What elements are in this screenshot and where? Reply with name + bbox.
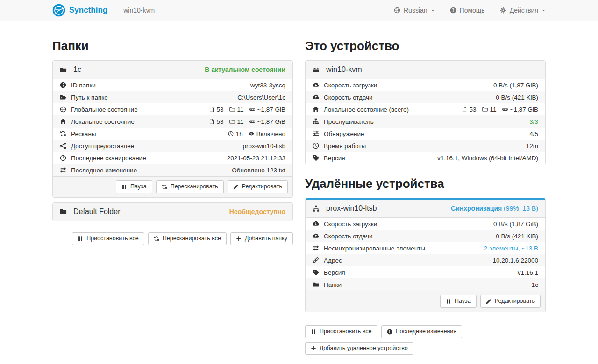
row-label: Локальное состояние (всего) [324,106,409,113]
table-row-folder-path: Путь к папке C:\Users\User\1c [53,91,292,103]
syncthing-brand[interactable]: Syncthing [52,4,107,17]
hdd-icon [502,107,508,112]
row-value: prox-win10-ltsb [242,143,285,150]
language-label: Russian [404,7,427,14]
files-count: 53 [470,106,477,113]
sliders-icon [313,130,319,137]
table-row-shared-with: Доступ предоставлен prox-win10-ltsb [53,140,292,152]
row-label: Скорость загрузки [324,221,377,228]
folder-outline-icon [229,107,235,112]
files-count: 53 [217,106,224,113]
dirs-count: 11 [237,106,244,113]
eye-icon [249,131,254,136]
table-row-discovery: Обнаружение 4/5 [306,128,545,140]
device-icon [313,66,320,73]
folder-1c-header[interactable]: 1c В актуальном состоянии [53,61,292,79]
pause-device-button[interactable]: Пауза [440,295,477,308]
pause-all-folders-button[interactable]: Приостановить все [72,232,144,245]
edit-button[interactable]: Редактировать [228,180,288,193]
table-row-folder-id: ID папки wyt33-3yscq [53,79,292,91]
table-row-version: Версия v1.16.1, Windows (64-bit Intel/AM… [306,152,545,164]
add-folder-button[interactable]: Добавить папку [230,232,293,245]
exchange-icon [313,245,319,251]
device-name: win10-kvm [326,65,362,74]
pause-label: Пауза [455,298,471,305]
pause-button[interactable]: Пауза [116,180,152,193]
folders-actions: Приостановить все Пересканировать все До… [52,232,293,245]
pause-all-label: Приостановить все [320,328,372,335]
file-icon [462,107,467,112]
rescan-all-button[interactable]: Пересканировать все [148,232,227,245]
status-text: Синхронизация [451,205,502,212]
remote-device-header[interactable]: prox-win10-ltsb Синхронизация (99%, 13 B… [306,200,545,218]
hdd-icon [249,107,255,112]
edit-device-button[interactable]: Редактировать [480,295,541,308]
this-device-header[interactable]: win10-kvm [306,61,545,79]
actions-label: Действия [510,7,538,14]
row-label: Глобальное состояние [71,106,138,113]
device-name: prox-win10-ltsb [326,204,377,213]
table-row-local-state: Локальное состояние 53 11 ~1,87 GiB [53,115,292,128]
table-row-upload-rate: Скорость отдачи 0 B/s (421 KiB) [306,230,545,242]
folder-name: 1c [73,65,81,74]
pause-all-devices-button[interactable]: Приостановить все [305,325,377,338]
chevron-down-icon [541,8,546,13]
rescan-all-label: Пересканировать все [163,236,221,242]
pause-icon [446,299,451,304]
default-folder-header[interactable]: Default Folder Необщедоступно [53,203,292,221]
recent-changes-label: Последние изменения [396,328,457,335]
folder-outline-icon [482,107,488,112]
out-of-sync-link[interactable]: 2 элементы, ~13 B [484,245,538,252]
chevron-down-icon [431,8,435,13]
language-menu[interactable]: Russian [394,7,435,14]
folder-icon [60,66,67,73]
exchange-icon [60,167,66,173]
table-row-rescans: Ресканы 1h Включено [53,128,292,140]
row-label: Папки [324,281,342,288]
pause-icon [121,184,127,190]
cloud-download-icon [313,221,319,227]
device-status-badge: Синхронизация (99%, 13 B) [451,205,538,212]
table-row-version: Версия v1.16.1 [306,266,545,278]
folder-status-badge: В актуальном состоянии [205,66,285,73]
row-label: Несинхронизированные элементы [324,245,425,252]
cloud-upload-icon [313,94,319,100]
rescan-button[interactable]: Пересканировать [156,180,224,193]
recent-changes-button[interactable]: Последние изменения [381,325,463,338]
plus-icon [236,236,242,242]
table-row-last-change: Последнее изменение Обновлено 123.txt [53,164,292,176]
add-remote-device-button[interactable]: Добавить удалённое устройство [305,342,413,355]
pause-label: Пауза [130,184,147,190]
table-row-folders: Папки 1c [306,278,545,291]
remote-device-panel: prox-win10-ltsb Синхронизация (99%, 13 B… [305,198,546,312]
plus-icon [311,345,316,351]
cloud-upload-icon [313,233,319,239]
dirs-count: 11 [490,106,497,113]
folder-status-badge: Необщедоступно [229,208,285,215]
row-label: Версия [324,269,345,276]
refresh-icon [60,130,66,137]
files-count: 53 [217,118,224,125]
edit-label: Редактировать [242,184,282,190]
edit-label: Редактировать [495,298,535,305]
help-label: Помощь [460,7,485,14]
folder-name: Default Folder [73,207,121,216]
row-value: v1.16.1, Windows (64-bit Intel/AMD) [437,155,538,162]
folder-panel-default: Default Folder Необщедоступно [52,202,293,221]
row-value: C:\Users\User\1c [237,94,285,101]
share-icon [60,143,66,149]
help-menu[interactable]: Помощь [450,7,485,14]
row-label: Доступ предоставлен [71,143,134,150]
pencil-icon [486,299,491,304]
folder-icon [313,281,319,288]
devices-actions: Приостановить все Последние изменения До… [305,325,506,355]
actions-menu[interactable]: Действия [500,7,546,14]
remote-device-icon [313,205,320,212]
rescan-label: Пересканировать [171,184,218,190]
table-row-last-scan: Последнее сканирование 2021-05-23 21:12:… [53,152,292,164]
row-label: Скорость отдачи [324,233,373,240]
row-label: Прослушиватель [324,118,374,125]
row-label: Скорость загрузки [324,82,377,89]
add-device-label: Добавить удалённое устройство [320,345,408,352]
question-circle-icon [450,7,456,14]
